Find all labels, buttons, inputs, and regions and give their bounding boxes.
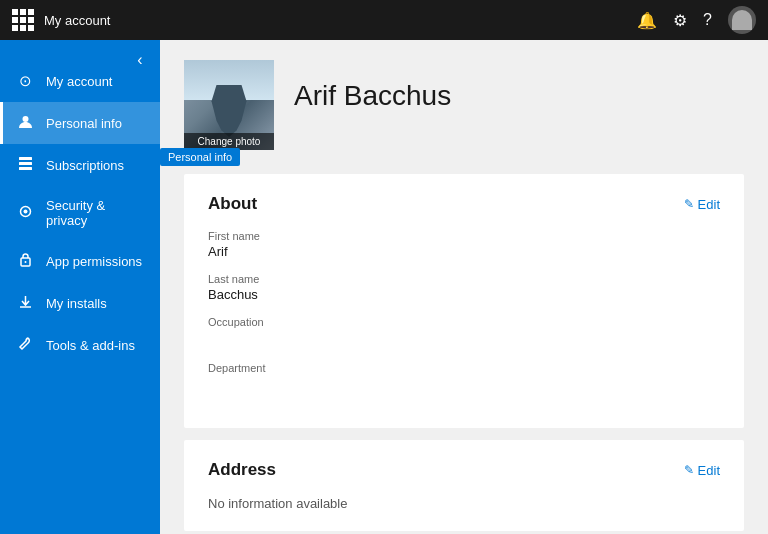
avatar-silhouette xyxy=(732,10,752,30)
about-edit-button[interactable]: ✎ Edit xyxy=(684,197,720,212)
edit-pencil-icon: ✎ xyxy=(684,463,694,477)
svg-rect-1 xyxy=(19,157,32,160)
svg-point-0 xyxy=(22,116,28,122)
sidebar-item-label: My installs xyxy=(46,296,107,311)
personal-info-icon xyxy=(16,114,34,132)
profile-header: Change photo Arif Bacchus xyxy=(184,60,744,150)
settings-icon[interactable]: ⚙ xyxy=(673,11,687,30)
about-card-header: About ✎ Edit xyxy=(208,194,720,214)
sidebar-item-my-installs[interactable]: My installs xyxy=(0,282,160,324)
sidebar-item-label: App permissions xyxy=(46,254,142,269)
about-card: About ✎ Edit First name Arif Last name B… xyxy=(184,174,744,428)
profile-photo-container: Change photo xyxy=(184,60,274,150)
subscriptions-icon xyxy=(16,156,34,174)
firstname-field: First name Arif xyxy=(208,230,720,259)
occupation-field: Occupation xyxy=(208,316,720,348)
sidebar: ‹ ⊙ My account Personal info Su xyxy=(0,40,160,534)
titlebar-actions: 🔔 ⚙ ? xyxy=(637,6,756,34)
titlebar: My account 🔔 ⚙ ? xyxy=(0,0,768,40)
svg-rect-3 xyxy=(19,167,32,170)
edit-pencil-icon: ✎ xyxy=(684,197,694,211)
titlebar-title: My account xyxy=(44,13,637,28)
address-card-header: Address ✎ Edit xyxy=(208,460,720,480)
lastname-field: Last name Bacchus xyxy=(208,273,720,302)
address-title: Address xyxy=(208,460,276,480)
main-content: Change photo Arif Bacchus About ✎ Edit F… xyxy=(160,40,768,534)
notification-icon[interactable]: 🔔 xyxy=(637,11,657,30)
my-account-icon: ⊙ xyxy=(16,72,34,90)
app-permissions-icon xyxy=(16,252,34,270)
security-privacy-icon xyxy=(16,204,34,222)
main-layout: ‹ ⊙ My account Personal info Su xyxy=(0,40,768,534)
sidebar-item-personal-info[interactable]: Personal info xyxy=(0,102,160,144)
sidebar-item-my-account[interactable]: ⊙ My account xyxy=(0,60,160,102)
change-photo-button[interactable]: Change photo xyxy=(184,133,274,150)
sidebar-item-subscriptions[interactable]: Subscriptions xyxy=(0,144,160,186)
user-avatar[interactable] xyxy=(728,6,756,34)
sidebar-item-security-privacy[interactable]: Security & privacy xyxy=(0,186,160,240)
tools-addins-icon xyxy=(16,336,34,354)
sidebar-item-tools-addins[interactable]: Tools & add-ins xyxy=(0,324,160,366)
sidebar-item-label: Security & privacy xyxy=(46,198,144,228)
address-no-info: No information available xyxy=(208,496,720,511)
svg-point-7 xyxy=(24,261,26,263)
sidebar-item-app-permissions[interactable]: App permissions xyxy=(0,240,160,282)
sidebar-item-label: Personal info xyxy=(46,116,122,131)
address-edit-button[interactable]: ✎ Edit xyxy=(684,463,720,478)
my-installs-icon xyxy=(16,294,34,312)
sidebar-item-label: My account xyxy=(46,74,112,89)
address-card: Address ✎ Edit No information available xyxy=(184,440,744,531)
help-icon[interactable]: ? xyxy=(703,11,712,29)
profile-name: Arif Bacchus xyxy=(294,60,451,112)
department-field: Department xyxy=(208,362,720,394)
apps-grid-icon[interactable] xyxy=(12,9,34,31)
about-title: About xyxy=(208,194,257,214)
sidebar-item-label: Subscriptions xyxy=(46,158,124,173)
svg-point-5 xyxy=(23,210,27,214)
svg-rect-2 xyxy=(19,162,32,165)
sidebar-item-label: Tools & add-ins xyxy=(46,338,135,353)
